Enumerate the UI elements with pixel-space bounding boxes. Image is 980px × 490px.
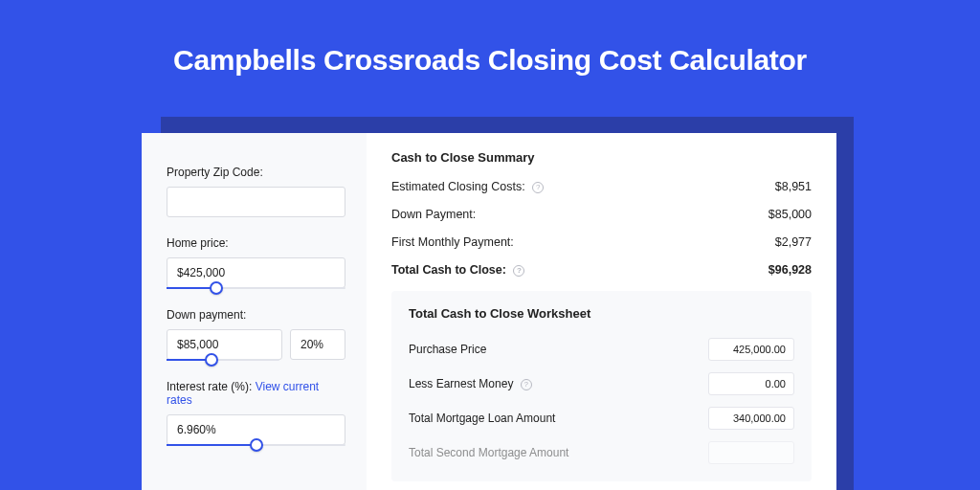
summary-row-value: $85,000 [768,208,812,221]
home-price-field-group: Home price: [167,236,345,289]
worksheet-row: Purchase Price [409,338,794,361]
help-icon[interactable]: ? [521,379,532,390]
summary-title: Cash to Close Summary [391,150,812,165]
down-payment-label: Down payment: [167,308,345,322]
home-price-input[interactable] [167,257,345,288]
summary-row: Estimated Closing Costs: ? $8,951 [391,180,812,193]
worksheet-row-label-text: Less Earnest Money [409,377,513,390]
calculator-main: Cash to Close Summary Estimated Closing … [367,133,836,490]
interest-rate-label-text: Interest rate (%): [167,380,256,393]
worksheet-panel: Total Cash to Close Worksheet Purchase P… [391,291,812,481]
summary-row: First Monthly Payment: $2,977 [391,235,812,249]
zip-field-group: Property Zip Code: [167,166,345,217]
zip-input[interactable] [167,187,345,217]
down-payment-input[interactable] [167,329,282,360]
interest-rate-slider-fill [167,444,256,446]
worksheet-row: Less Earnest Money ? [409,372,794,395]
summary-total-value: $96,928 [768,263,812,277]
page-title: Campbells Crossroads Closing Cost Calcul… [0,0,980,101]
summary-row-label: First Monthly Payment: [391,235,514,249]
down-payment-pct-input[interactable] [290,329,345,360]
summary-total-label-text: Total Cash to Close: [391,263,506,277]
interest-rate-slider[interactable] [167,444,345,446]
zip-label: Property Zip Code: [167,166,345,179]
home-price-label: Home price: [167,236,345,250]
down-payment-field-group: Down payment: [167,308,345,361]
second-mortgage-input[interactable] [708,441,794,464]
down-payment-slider-thumb[interactable] [205,353,218,367]
help-icon[interactable]: ? [532,182,544,193]
calculator-card: Property Zip Code: Home price: Down paym… [142,133,836,490]
worksheet-title: Total Cash to Close Worksheet [409,306,794,321]
worksheet-row-label: Purchase Price [409,343,486,356]
summary-row-label: Estimated Closing Costs: ? [391,180,544,193]
interest-rate-slider-thumb[interactable] [250,438,263,452]
interest-rate-label: Interest rate (%): View current rates [167,380,345,407]
help-icon[interactable]: ? [513,265,524,277]
summary-row-label-text: Estimated Closing Costs: [391,180,525,193]
purchase-price-input[interactable] [708,338,794,361]
worksheet-row-label: Total Second Mortgage Amount [409,446,568,459]
earnest-money-input[interactable] [708,372,794,395]
worksheet-row-label: Total Mortgage Loan Amount [409,412,555,425]
down-payment-slider[interactable] [167,359,279,361]
summary-row-label: Down Payment: [391,208,476,221]
worksheet-row: Total Second Mortgage Amount [409,441,794,464]
summary-row-value: $2,977 [775,235,812,249]
calculator-sidebar: Property Zip Code: Home price: Down paym… [142,133,367,490]
interest-rate-field-group: Interest rate (%): View current rates [167,380,345,446]
summary-row-value: $8,951 [775,180,812,193]
mortgage-loan-input[interactable] [708,407,794,430]
home-price-slider[interactable] [167,287,345,289]
worksheet-row-label: Less Earnest Money ? [409,377,532,390]
home-price-slider-thumb[interactable] [210,281,223,295]
summary-total-label: Total Cash to Close: ? [391,263,524,277]
summary-total-row: Total Cash to Close: ? $96,928 [391,263,812,277]
summary-row: Down Payment: $85,000 [391,208,812,221]
worksheet-row: Total Mortgage Loan Amount [409,407,794,430]
